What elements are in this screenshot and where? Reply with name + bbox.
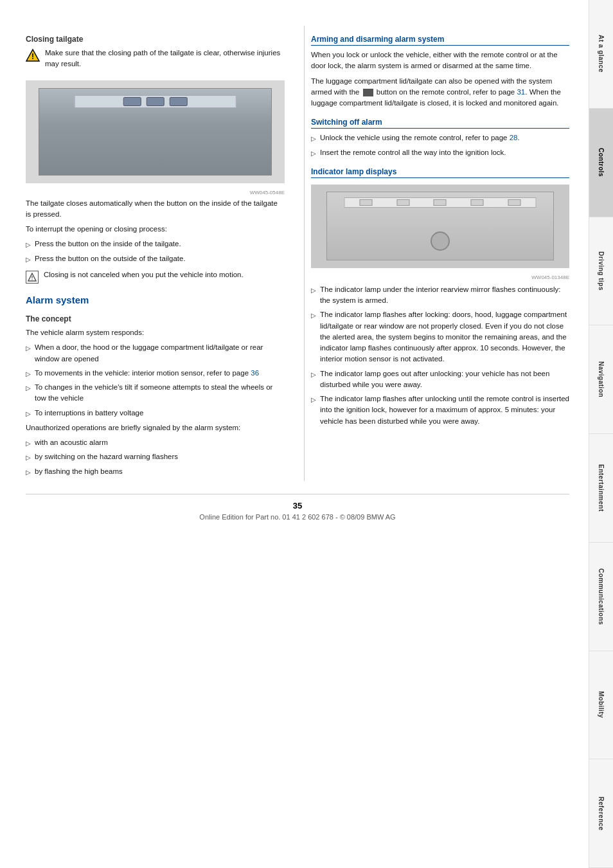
left-column: Closing tailgate ! Make sure that the cl… [26,26,291,481]
indicator-bullet-2: ▷ The indicator lamp flashes after locki… [311,309,569,365]
signal-bullet-2: ▷ by switching on the hazard warning fla… [26,451,285,462]
concept-title: The concept [26,314,285,323]
indicator-bullet-3: ▷ The indicator lamp goes out after unlo… [311,368,569,391]
interrupt-text: To interrupt the opening or closing proc… [26,224,285,235]
right-column: Arming and disarming alarm system When y… [304,26,569,481]
bullet-arrow-icon: ▷ [26,467,31,477]
bullet-arrow-icon: ▷ [26,240,31,249]
alarm-system-title: Alarm system [26,294,285,305]
page-number: 35 [26,501,569,511]
svg-point-4 [31,279,32,280]
tailgate-body-text: The tailgate closes automatically when t… [26,198,285,221]
bullet-arrow-icon: ▷ [311,370,316,379]
concept-intro: The vehicle alarm system responds: [26,327,285,338]
arming-para1: When you lock or unlock the vehicle, eit… [311,50,569,72]
sidebar-tab-driving-tips[interactable]: Driving tips [589,217,613,326]
signal-bullet-3: ▷ by flashing the high beams [26,466,285,477]
bullet-arrow-icon: ▷ [26,439,31,448]
sidebar-tab-entertainment[interactable]: Entertainment [589,434,613,543]
sidebar-tab-mobility[interactable]: Mobility [589,651,613,760]
sidebar-tab-communications[interactable]: Communications [589,543,613,651]
note-text: Closing is not canceled when you put the… [44,269,244,280]
bullet-arrow-icon: ▷ [311,285,316,295]
bullet-arrow-icon: ▷ [311,134,316,143]
indicator-bullets: ▷ The indicator lamp under the interior … [311,284,569,427]
page-footer: 35 Online Edition for Part no. 01 41 2 6… [26,494,569,521]
warning-box: ! Make sure that the closing path of the… [26,48,285,74]
switching-off-bullets: ▷ Unlock the vehicle using the remote co… [311,132,569,158]
closing-tailgate-title: Closing tailgate [26,35,285,44]
ref-link-31[interactable]: 31 [517,88,525,96]
note-box: Closing is not canceled when you put the… [26,269,285,284]
sidebar: At a glance Controls Driving tips Naviga… [589,0,613,868]
indicator-bullet-1: ▷ The indicator lamp under the interior … [311,284,569,307]
switching-off-title: Switching off alarm [311,118,569,129]
concept-bullet-3: ▷ To changes in the vehicle's tilt if so… [26,382,285,404]
arming-title: Arming and disarming alarm system [311,35,569,46]
interrupt-bullet-1: ▷ Press the button on the inside of the … [26,239,285,249]
indicator-title: Indicator lamp displays [311,167,569,178]
bullet-arrow-icon: ▷ [26,369,31,379]
switching-off-bullet-2: ▷ Insert the remote control all the way … [311,147,569,158]
warning-triangle-icon: ! [26,48,40,62]
warning-text: Make sure that the closing path of the t… [45,48,285,70]
footer-text: Online Edition for Part no. 01 41 2 602 … [199,513,395,521]
bullet-arrow-icon: ▷ [26,453,31,462]
svg-text:!: ! [31,52,34,61]
concept-bullet-1: ▷ When a door, the hood or the luggage c… [26,342,285,365]
tailgate-image-caption: WW045-0548E [26,190,285,195]
signal-bullet-1: ▷ with an acoustic alarm [26,437,285,448]
bullet-arrow-icon: ▷ [26,255,31,264]
sidebar-tab-at-a-glance[interactable]: At a glance [589,0,613,109]
main-content: Closing tailgate ! Make sure that the cl… [0,0,589,868]
sidebar-tab-navigation[interactable]: Navigation [589,325,613,434]
arming-para2: The luggage compartment lid/tailgate can… [311,76,569,109]
switching-off-bullet-1: ▷ Unlock the vehicle using the remote co… [311,132,569,143]
bullet-arrow-icon: ▷ [311,149,316,158]
signal-bullets: ▷ with an acoustic alarm ▷ by switching … [26,437,285,477]
interrupt-bullet-2: ▷ Press the button on the outside of the… [26,253,285,264]
concept-bullet-2: ▷ To movements in the vehicle: interior … [26,368,285,379]
bullet-arrow-icon: ▷ [311,395,316,404]
tailgate-image [26,80,285,183]
bullet-arrow-icon: ▷ [26,383,31,393]
interrupt-bullets: ▷ Press the button on the inside of the … [26,239,285,264]
ref-link-28[interactable]: 28 [510,134,518,141]
sidebar-tab-controls[interactable]: Controls [589,109,613,217]
indicator-image [311,185,569,268]
concept-bullets: ▷ When a door, the hood or the luggage c… [26,342,285,419]
remote-button-icon [363,89,373,96]
indicator-image-caption: WW045-01348E [311,275,569,280]
bullet-arrow-icon: ▷ [311,311,316,320]
bullet-arrow-icon: ▷ [26,409,31,419]
sidebar-tab-reference[interactable]: Reference [589,759,613,868]
note-triangle-icon [26,271,39,284]
bullet-arrow-icon: ▷ [26,343,31,353]
ref-link-36[interactable]: 36 [251,369,259,377]
indicator-bullet-4: ▷ The indicator lamp flashes after unloc… [311,393,569,427]
concept-bullet-4: ▷ To interruptions in battery voltage [26,408,285,419]
unauthorized-text: Unauthorized operations are briefly sign… [26,422,285,433]
